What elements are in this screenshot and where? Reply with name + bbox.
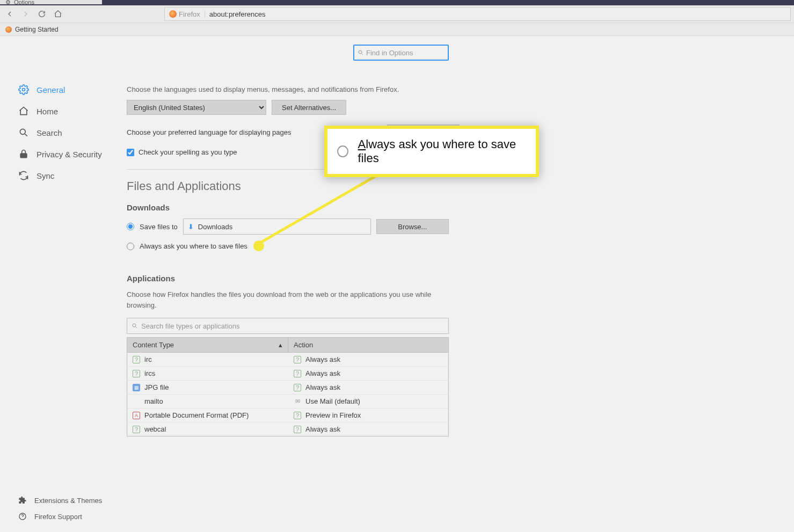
col-content-type[interactable]: Content Type ▴ — [127, 338, 288, 352]
svg-point-5 — [133, 324, 136, 327]
search-applications-input[interactable]: Search file types or applications — [127, 318, 449, 334]
sidebar-item-search[interactable]: Search — [0, 122, 123, 143]
sidebar-item-sync[interactable]: Sync — [0, 165, 123, 186]
svg-point-4 — [359, 50, 362, 54]
browser-tab[interactable]: ⚙ Options — [0, 0, 102, 4]
applications-heading: Applications — [127, 274, 460, 283]
bookmarks-bar: Getting Started — [0, 23, 794, 36]
url-identity: Firefox — [169, 10, 205, 18]
callout-box: AAlways ask you where to save fileslways… — [324, 126, 539, 177]
svg-point-1 — [20, 129, 25, 134]
puzzle-icon — [18, 496, 27, 505]
always-ask-label: Always ask you where to save files — [140, 242, 247, 250]
svg-rect-2 — [20, 154, 27, 158]
callout-radio-icon — [337, 145, 348, 157]
set-alternatives-button[interactable]: Set Alternatives... — [272, 100, 346, 115]
col-action[interactable]: Action — [288, 338, 448, 352]
sidebar-item-privacy[interactable]: Privacy & Security — [0, 143, 123, 165]
preferred-language-label: Choose your preferred language for displ… — [127, 128, 291, 136]
sync-icon — [18, 170, 29, 181]
applications-table: Content Type ▴ Action ?irc ?Always ask?i… — [127, 337, 449, 436]
applications-description: Choose how Firefox handles the files you… — [127, 289, 460, 310]
search-icon — [132, 323, 138, 329]
gear-icon — [18, 84, 29, 95]
table-row[interactable]: ?irc ?Always ask — [127, 353, 448, 367]
language-description: Choose the languages used to display men… — [127, 85, 460, 93]
reload-button[interactable] — [35, 8, 48, 20]
always-ask-radio[interactable] — [127, 243, 134, 250]
downloads-heading: Downloads — [127, 203, 460, 212]
language-select[interactable]: English (United States) — [127, 100, 266, 115]
bookmark-favicon — [5, 26, 12, 33]
table-row[interactable]: ?ircs ?Always ask — [127, 367, 448, 381]
url-text: about:preferences — [209, 10, 266, 18]
firefox-icon — [169, 10, 177, 18]
files-section-title: Files and Applications — [127, 179, 460, 193]
callout-dot — [253, 241, 264, 251]
url-bar[interactable]: Firefox about:preferences — [164, 7, 791, 21]
back-button[interactable] — [3, 8, 16, 20]
save-folder-input[interactable]: ⬇ Downloads — [183, 218, 371, 235]
sidebar-item-home[interactable]: Home — [0, 100, 123, 122]
save-to-label: Save files to — [140, 223, 178, 231]
spellcheck-checkbox[interactable] — [127, 149, 134, 156]
table-row[interactable]: ▦JPG file ?Always ask — [127, 381, 448, 395]
main-content: Find in Options Choose the languages use… — [127, 36, 460, 532]
sidebar-support[interactable]: Firefox Support — [0, 508, 123, 524]
callout-text: AAlways ask you where to save fileslways… — [358, 137, 526, 165]
table-row[interactable]: APortable Document Format (PDF) ?Preview… — [127, 409, 448, 422]
forward-button[interactable] — [19, 8, 32, 20]
sidebar-item-general[interactable]: General — [0, 79, 123, 100]
bookmark-item[interactable]: Getting Started — [15, 26, 59, 33]
help-icon — [18, 512, 27, 521]
sort-asc-icon: ▴ — [279, 341, 282, 349]
find-in-options[interactable]: Find in Options — [353, 45, 449, 61]
toolbar: Firefox about:preferences — [0, 5, 794, 23]
home-icon — [18, 106, 29, 116]
spellcheck-label: Check your spelling as you type — [139, 148, 237, 156]
lock-icon — [18, 149, 29, 159]
browse-button[interactable]: Browse... — [376, 219, 449, 234]
svg-point-0 — [23, 89, 25, 91]
table-row[interactable]: ?webcal ?Always ask — [127, 422, 448, 436]
search-icon — [358, 49, 364, 56]
sidebar-extensions[interactable]: Extensions & Themes — [0, 492, 123, 508]
download-arrow-icon: ⬇ — [188, 223, 194, 231]
sidebar: General Home Search Privacy & Security S… — [0, 36, 123, 532]
home-button[interactable] — [52, 8, 64, 20]
save-to-radio[interactable] — [127, 223, 134, 230]
table-row[interactable]: mailto ✉Use Mail (default) — [127, 395, 448, 409]
search-icon — [18, 127, 29, 138]
